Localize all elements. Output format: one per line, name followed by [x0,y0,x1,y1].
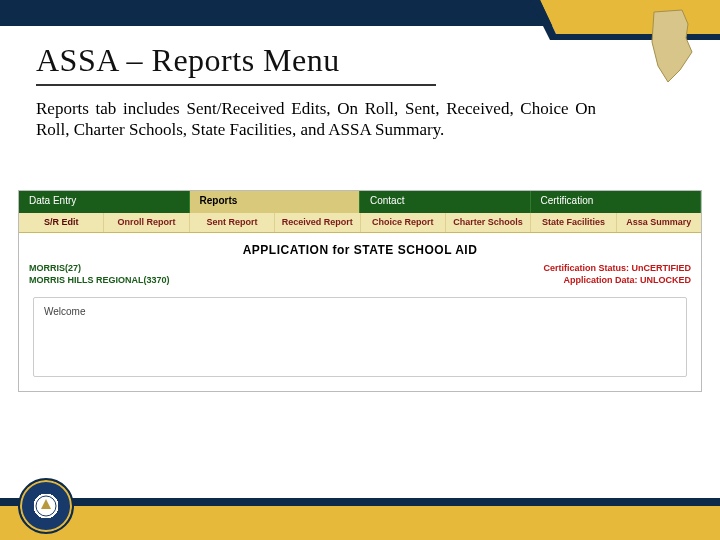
nj-state-icon [642,8,700,90]
top-bar [0,0,720,26]
bottom-blue-strip [0,498,720,506]
main-tabs: Data Entry Reports Contact Certification [19,191,701,213]
sub-tabs: S/R Edit Onroll Report Sent Report Recei… [19,213,701,233]
tab-certification[interactable]: Certification [531,191,702,213]
welcome-text: Welcome [44,306,86,317]
nj-seal-icon [18,478,74,534]
tab-data-entry[interactable]: Data Entry [19,191,190,213]
info-row: MORRIS(27) MORRIS HILLS REGIONAL(3370) C… [19,263,701,289]
page-title: ASSA – Reports Menu [36,42,340,79]
app-screenshot: Data Entry Reports Contact Certification… [18,190,702,392]
title-underline [36,84,436,86]
subtab-received[interactable]: Received Report [275,213,360,232]
county-label: MORRIS(27) [29,263,170,273]
welcome-box: Welcome [33,297,687,377]
page-description: Reports tab includes Sent/Received Edits… [36,98,596,141]
tab-contact[interactable]: Contact [360,191,531,213]
certification-status: Certification Status: UnCERTIFIED [543,263,691,273]
subtab-charter[interactable]: Charter Schools [446,213,531,232]
application-title: APPLICATION for STATE SCHOOL AID [19,233,701,263]
subtab-assa-summary[interactable]: Assa Summary [617,213,701,232]
subtab-state-facilities[interactable]: State Facilities [531,213,616,232]
district-label: MORRIS HILLS REGIONAL(3370) [29,275,170,285]
subtab-onroll[interactable]: Onroll Report [104,213,189,232]
bottom-gold-bar [0,506,720,540]
tab-reports[interactable]: Reports [190,191,361,213]
subtab-choice[interactable]: Choice Report [361,213,446,232]
subtab-sr-edit[interactable]: S/R Edit [19,213,104,232]
application-data-status: Application Data: UNLOCKED [543,275,691,285]
subtab-sent[interactable]: Sent Report [190,213,275,232]
